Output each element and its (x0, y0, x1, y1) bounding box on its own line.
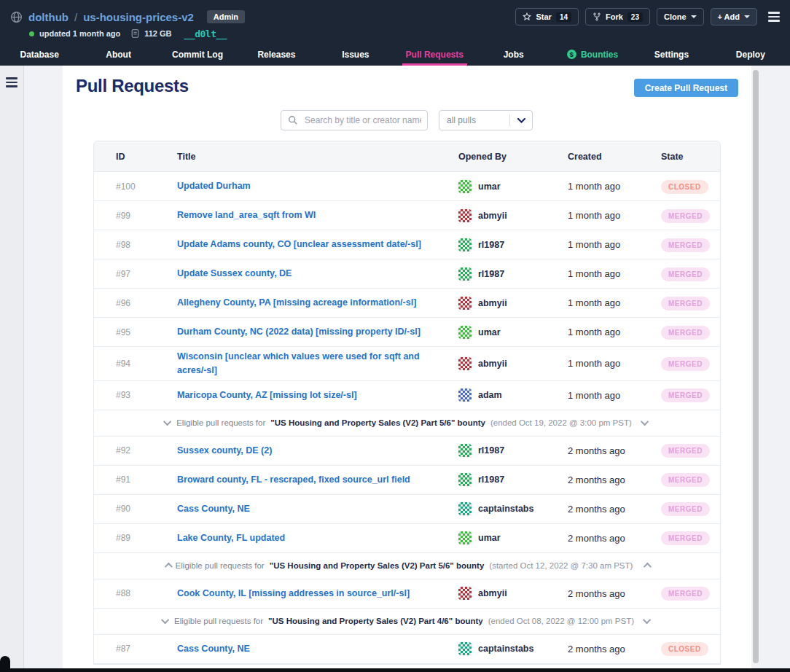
pr-title-link[interactable]: Durham County, NC (2022 data) [missing p… (177, 322, 421, 342)
pr-opened-by-cell: captainstabs (458, 502, 568, 515)
table-row: #93Maricopa County, AZ [missing lot size… (94, 381, 720, 410)
pr-username[interactable]: umar (478, 327, 501, 337)
table-row: #88Cook County, IL [missing addresses in… (94, 579, 720, 609)
pr-username[interactable]: umar (478, 181, 501, 192)
menu-icon[interactable] (768, 12, 780, 22)
pr-username[interactable]: rl1987 (478, 269, 504, 279)
tab-issues[interactable]: Issues (316, 43, 395, 66)
tab-releases[interactable]: Releases (237, 43, 316, 66)
tab-pull-requests[interactable]: Pull Requests (395, 43, 474, 66)
pr-username[interactable]: abmyii (478, 211, 507, 221)
pr-state-cell: MERGED (661, 296, 720, 310)
chevron-down-icon[interactable] (643, 616, 651, 624)
pr-title-cell: Durham County, NC (2022 data) [missing p… (177, 322, 458, 342)
vertical-scrollbar[interactable] (753, 70, 759, 663)
bounty-name: "US Housing and Property Sales (V2) Part… (270, 561, 485, 570)
create-pull-request-button[interactable]: Create Pull Request (634, 79, 738, 97)
pulls-filter-select[interactable]: all pulls (439, 110, 533, 130)
pr-title-link[interactable]: Cass County, NE (177, 639, 250, 659)
pr-title-link[interactable]: Cass County, NE (177, 499, 250, 519)
tab-database[interactable]: Database (0, 43, 79, 66)
sidebar-menu-icon[interactable] (6, 77, 17, 87)
pr-title-link[interactable]: Updated Durham (177, 176, 251, 196)
pr-title-link[interactable]: Allegheny County, PA [missing acreage in… (177, 293, 416, 313)
pull-requests-page: Pull Requests Create Pull Request all pu… (63, 66, 751, 668)
pr-id: #88 (94, 588, 177, 598)
chevron-down-icon (744, 15, 750, 18)
pr-username[interactable]: captainstabs (478, 504, 533, 514)
tab-about[interactable]: About (79, 43, 157, 66)
pr-state-cell: MERGED (661, 586, 720, 601)
tab-jobs[interactable]: Jobs (474, 43, 552, 66)
pr-title-link[interactable]: Lake County, FL updated (177, 528, 285, 548)
chevron-up-icon[interactable] (644, 563, 652, 571)
avatar (458, 587, 472, 600)
chevron-down-icon[interactable] (641, 418, 649, 426)
database-size-icon (131, 29, 139, 38)
pr-opened-by-cell: umar (458, 326, 568, 339)
footer-bar (0, 668, 790, 672)
pr-title-link[interactable]: Cook County, IL [missing addresses in so… (177, 584, 410, 603)
chevron-up-icon[interactable] (164, 563, 172, 571)
table-row: #96Allegheny County, PA [missing acreage… (94, 289, 720, 318)
pr-title-link[interactable]: Update Adams county, CO [unclear assessm… (177, 235, 421, 254)
tab-settings[interactable]: Settings (632, 43, 711, 66)
pr-username[interactable]: rl1987 (478, 445, 504, 456)
pr-title-link[interactable]: Sussex county, DE (2) (177, 441, 272, 461)
tab-commit-log[interactable]: Commit Log (158, 43, 237, 66)
pr-id: #95 (94, 327, 177, 337)
pr-username[interactable]: umar (478, 533, 501, 543)
add-button[interactable]: + Add (711, 8, 757, 26)
clone-button[interactable]: Clone (657, 8, 704, 26)
pr-created: 2 months ago (568, 474, 661, 485)
pr-title-cell: Update Sussex county, DE (177, 264, 458, 284)
pr-id: #90 (94, 504, 177, 514)
status-badge: MERGED (661, 326, 710, 340)
breadcrumb-owner-link[interactable]: dolthub (28, 11, 69, 23)
pr-title-cell: Remove land_area_sqft from WI (177, 206, 458, 225)
bounty-separator-prefix: Eligible pull requests for (174, 617, 263, 625)
pr-id: #96 (94, 298, 177, 308)
tab-bounties[interactable]: $Bounties (553, 43, 632, 66)
pr-username[interactable]: rl1987 (478, 474, 504, 485)
pr-username[interactable]: abmyii (478, 359, 507, 369)
chevron-down-icon[interactable] (163, 418, 171, 426)
pr-username[interactable]: abmyii (478, 588, 507, 598)
pr-title-link[interactable]: Wisconsin [unclear which values were use… (177, 347, 448, 380)
pr-created: 1 month ago (568, 327, 661, 337)
pr-id: #97 (94, 269, 177, 279)
pr-created: 2 months ago (568, 588, 661, 599)
pr-title-link[interactable]: Maricopa County, AZ [missing lot size/-s… (177, 386, 357, 405)
pr-title-cell: Cass County, NE (177, 499, 458, 519)
breadcrumb-repo-link[interactable]: us-housing-prices-v2 (83, 11, 194, 23)
pr-id: #89 (94, 533, 177, 543)
status-badge: MERGED (661, 297, 710, 310)
pr-opened-by-cell: rl1987 (458, 444, 568, 457)
search-input[interactable] (281, 110, 428, 130)
corner-widget (0, 656, 10, 672)
tab-deploy[interactable]: Deploy (711, 43, 790, 66)
pr-username[interactable]: captainstabs (478, 644, 533, 654)
pr-username[interactable]: adam (478, 390, 502, 400)
tab-label: Issues (338, 43, 372, 66)
avatar (458, 473, 472, 486)
avatar (458, 388, 472, 402)
pr-opened-by-cell: captainstabs (458, 642, 568, 655)
search-icon (288, 115, 298, 125)
fork-button[interactable]: Fork 23 (585, 8, 650, 26)
chevron-down-icon[interactable] (161, 616, 169, 624)
admin-badge: Admin (207, 10, 245, 23)
pr-title-link[interactable]: Broward county, FL - rescraped, fixed so… (177, 470, 410, 490)
pr-id: #92 (94, 445, 177, 456)
star-button[interactable]: Star 14 (515, 8, 579, 26)
pr-title-link[interactable]: Update Sussex county, DE (177, 264, 292, 284)
pr-created: 1 month ago (568, 181, 661, 192)
pr-opened-by-cell: rl1987 (458, 267, 568, 281)
column-header-title: Title (177, 152, 458, 162)
star-icon (523, 12, 531, 21)
pr-title-link[interactable]: Remove land_area_sqft from WI (177, 206, 316, 225)
pr-username[interactable]: abmyii (478, 298, 507, 308)
pr-opened-by-cell: adam (458, 388, 568, 402)
pr-username[interactable]: rl1987 (478, 240, 504, 250)
bounty-date-detail: (ended Oct 08, 2022 @ 12:00 pm PST) (488, 617, 634, 625)
